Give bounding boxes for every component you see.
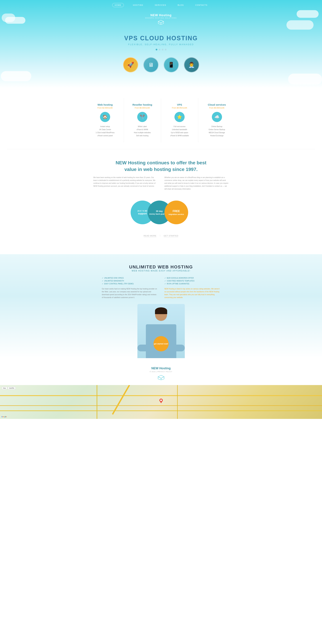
circle-guarantee-top: 30 day	[156, 210, 162, 213]
map-road-h1	[0, 395, 322, 396]
unlimited-feature-6: 99.9% UPTIME GUARANTEE	[164, 283, 220, 285]
unlimited-title: UNLIMITED WEB HOSTING	[10, 264, 312, 270]
plan-vps-price: From $9.95/month	[168, 107, 191, 109]
plan-cloud-name: Cloud services	[205, 103, 229, 106]
map-button-map[interactable]: Map	[2, 387, 7, 390]
brand-name: NEW Hosting	[145, 14, 177, 17]
footer-copy: © 2015 | PRIVACY POLICY	[4, 371, 318, 372]
map-controls: Map Satellite	[2, 387, 16, 390]
nav-services[interactable]: SERVICES	[152, 3, 168, 7]
svg-marker-3	[158, 375, 164, 378]
hero-icon-mobile: 📱	[164, 57, 179, 72]
hero-icons-row: 🚀 🖥 📱 👨‍💼	[123, 57, 199, 72]
read-more-button[interactable]: READ MORE	[144, 234, 156, 237]
person-hair	[155, 307, 167, 314]
map-section: Map Satellite Google	[0, 385, 322, 419]
footer-brand: NEW Hosting	[4, 366, 318, 370]
map-button-satellite[interactable]: Satellite	[8, 387, 16, 390]
hero-carousel-dots	[156, 49, 166, 50]
map-road-v2	[177, 385, 178, 419]
plans-section: Web hosting From $2.00/month 🏠 Instant s…	[0, 88, 322, 149]
map-pin	[160, 398, 163, 404]
nav-hosting[interactable]: HOSTING	[131, 3, 146, 7]
svg-marker-1	[158, 22, 161, 24]
hero-icon-rocket: 🚀	[123, 57, 138, 72]
unlimited-feature-5: 4,500 FREE WEBSITE TEMPLATES	[164, 280, 220, 282]
plan-cloud: Cloud services From $0.00/month ☁️ Onlin…	[198, 98, 236, 142]
dot-4[interactable]	[165, 49, 166, 50]
cloud-left2	[2, 14, 15, 22]
get-started-button[interactable]: GET STARTED	[164, 234, 178, 237]
svg-marker-0	[158, 20, 164, 23]
svg-marker-5	[161, 377, 164, 380]
unlimited-subtitle: WEB HOSTING MADE EASY AND AFFORDABLE!	[10, 270, 312, 272]
plan-web-price: From $2.00/month	[94, 107, 117, 109]
map-road-h3	[0, 410, 322, 411]
plan-vps: VPS From $9.95/month ⭐ Full root access …	[161, 98, 198, 142]
unlimited-right-desc: NEW Hosting is listed in top series on v…	[164, 288, 220, 299]
plan-reseller-price: From $6.00/month	[131, 107, 154, 109]
footer-logo-icon	[4, 375, 318, 380]
hero-section: NEW Hosting MODERN HOSTING SOLUTIONS VPS…	[0, 0, 322, 88]
plan-web-name: Web hosting	[94, 103, 117, 106]
svg-marker-8	[160, 402, 162, 403]
cloud-bottom-left	[1, 71, 31, 81]
plan-cloud-icon: ☁️	[212, 112, 222, 122]
svg-marker-2	[161, 22, 164, 24]
nav-blog[interactable]: BLOG	[175, 3, 186, 7]
unlimited-section: UNLIMITED WEB HOSTING WEB HOSTING MADE E…	[0, 254, 322, 358]
circle-support-bottom: support	[138, 212, 147, 215]
unlimited-left-desc: Our team works hard on making NEW Hostin…	[102, 288, 158, 299]
cta-separator: |	[160, 234, 160, 237]
map-road-v1	[96, 385, 97, 419]
dot-3[interactable]	[162, 49, 164, 50]
cloud-bottom-right	[288, 74, 322, 85]
get-started-circle[interactable]: get started now!	[154, 336, 169, 351]
cloud-right2	[286, 20, 314, 30]
unlimited-feature-3: EASY CONTROL PANEL (TRY DEMO)	[102, 283, 158, 285]
plan-reseller-icon: ✂️	[137, 112, 148, 122]
hero-title: VPS CLOUD HOSTING	[124, 35, 198, 42]
plan-reseller-features: White Label cPanel & WHM Host multiple w…	[131, 125, 154, 137]
unlimited-columns: UNLIMITED DISK SPACE UNLIMITED BANDWIDTH…	[102, 277, 220, 299]
mid-title: NEW Hosting continues to offer the best …	[110, 160, 212, 173]
person-area: get started now!	[136, 304, 186, 358]
plan-cloud-price: From $0.00/month	[205, 107, 229, 109]
unlimited-right-col: $100 GOOGLE ADWORDS OFFER 4,500 FREE WEB…	[164, 277, 220, 299]
mid-text-columns: We have been working on the market of we…	[94, 176, 229, 190]
hero-subtitle: FLEXIBLE, SELF-HEALING, FULLY MANAGED	[128, 43, 194, 46]
map-road-h2	[0, 405, 322, 406]
svg-point-7	[160, 400, 162, 401]
dot-2[interactable]	[159, 49, 160, 50]
cta-row: READ MORE | GET STARTED	[14, 234, 308, 237]
mid-text-left: We have been working on the market of we…	[94, 176, 158, 190]
circle-migration: FREE migration service	[164, 200, 188, 224]
cloud-right	[296, 10, 318, 18]
plan-reseller-name: Reseller hosting	[131, 103, 154, 106]
hero-icon-server: 🖥	[143, 57, 158, 72]
nav-home[interactable]: HOME	[112, 3, 124, 7]
circles-row: 24 X 7 X 365 support 30 day money back g…	[131, 199, 192, 226]
plan-web-icon: 🏠	[100, 112, 110, 122]
brand-sub: MODERN HOSTING SOLUTIONS	[145, 17, 177, 19]
plan-vps-name: VPS	[168, 103, 191, 106]
circle-migration-top: FREE	[172, 210, 180, 213]
plan-web-hosting: Web hosting From $2.00/month 🏠 Instant s…	[87, 98, 124, 142]
plan-cloud-features: Online Backup Online Server Backup MEGA …	[205, 125, 229, 137]
dot-1[interactable]	[156, 49, 157, 50]
nav-contacts[interactable]: CONTACTS	[193, 3, 210, 7]
circle-support-top: 24 X 7 X 365	[138, 210, 148, 212]
plan-web-features: Instant setup UK Data Centre 1-Click Ins…	[94, 125, 117, 137]
unlimited-feature-2: UNLIMITED BANDWIDTH	[102, 280, 158, 282]
unlimited-right-features: $100 GOOGLE ADWORDS OFFER 4,500 FREE WEB…	[164, 277, 220, 285]
plan-vps-icon: ⭐	[174, 112, 184, 122]
hero-icon-support: 👨‍💼	[184, 57, 199, 72]
hero-logo: NEW Hosting MODERN HOSTING SOLUTIONS	[145, 14, 177, 24]
footer: NEW Hosting © 2015 | PRIVACY POLICY	[0, 358, 322, 385]
circle-migration-bottom: migration service	[168, 213, 184, 216]
logo-box-icon	[145, 20, 177, 24]
plan-reseller-hosting: Reseller hosting From $6.00/month ✂️ Whi…	[124, 98, 161, 142]
mid-section: NEW Hosting continues to offer the best …	[0, 149, 322, 254]
unlimited-feature-4: $100 GOOGLE ADWORDS OFFER	[164, 277, 220, 279]
unlimited-feature-1: UNLIMITED DISK SPACE	[102, 277, 158, 279]
